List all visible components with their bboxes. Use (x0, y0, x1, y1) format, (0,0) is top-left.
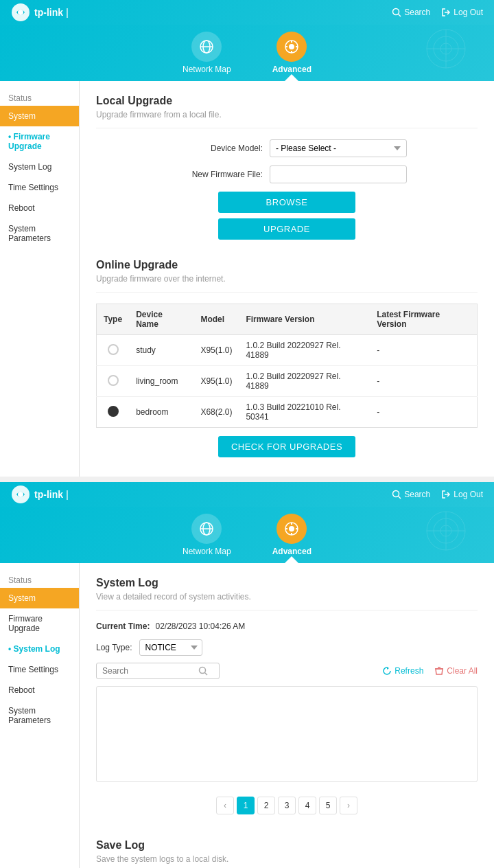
refresh-label: Refresh (395, 666, 423, 676)
header-actions: Search Log Out (392, 8, 483, 17)
screen1: tp-link | Search Log Out (0, 0, 494, 477)
nav-item-network-map[interactable]: Status Network Map (183, 32, 231, 81)
logout-icon (441, 8, 451, 17)
row1-type[interactable] (97, 335, 130, 366)
pagination-prev[interactable]: ‹ (216, 797, 234, 814)
network-map-icon-circle (191, 32, 222, 62)
search-button[interactable]: Search (392, 8, 430, 17)
search-label: Search (404, 8, 430, 17)
nav2-item-network-map[interactable]: Network Map (183, 514, 231, 563)
sidebar2-system-item[interactable]: System (0, 588, 79, 608)
refresh-button[interactable]: Refresh (382, 666, 423, 676)
device-model-select[interactable]: - Please Select - (270, 139, 407, 157)
device-model-label: Device Model: (167, 144, 263, 153)
logout-button[interactable]: Log Out (441, 8, 483, 17)
sidebar2-item-firmware-upgrade[interactable]: Firmware Upgrade (0, 608, 79, 639)
nav-advanced-label: Advanced (272, 65, 311, 74)
svg-point-26 (440, 525, 451, 536)
firmware-file-row: New Firmware File: (96, 165, 478, 183)
current-time-row: Current Time: 02/28/2023 10:04:26 AM (96, 621, 478, 631)
sidebar2: Status System Firmware Upgrade System Lo… (0, 563, 80, 868)
firmware-file-input[interactable] (270, 165, 407, 183)
sidebar-item-firmware-upgrade[interactable]: Firmware Upgrade (0, 126, 79, 157)
svg-line-3 (399, 14, 401, 17)
main-content1: Local Upgrade Upgrade firmware from a lo… (80, 81, 494, 477)
pagination-page-5[interactable]: 5 (319, 797, 337, 814)
sidebar1: Status System Firmware Upgrade System Lo… (0, 81, 80, 477)
table-row: study X95(1.0) 1.0.2 Build 20220927 Rel.… (97, 335, 478, 366)
svg-point-21 (393, 491, 399, 497)
sidebar-status-label: Status (0, 88, 79, 106)
check-upgrades-btn-row: CHECK FOR UPGRADES (96, 436, 478, 457)
sidebar-item-reboot[interactable]: Reboot (0, 198, 79, 218)
header1: tp-link | Search Log Out (0, 0, 494, 25)
row2-fw-version: 1.0.2 Build 20220927 Rel. 41889 (239, 366, 370, 397)
action-btns: Refresh Clear All (382, 666, 478, 676)
nav-arrow (285, 74, 298, 81)
log-type-row: Log Type: NOTICE WARNING ERROR ALL (96, 639, 478, 656)
nav2-item-advanced[interactable]: Advanced (272, 514, 311, 563)
clear-all-button[interactable]: Clear All (434, 666, 478, 676)
device-model-row: Device Model: - Please Select - (96, 139, 478, 157)
clear-icon (434, 666, 444, 676)
nav2-network-map-label: Network Map (183, 547, 231, 556)
header-actions2: Search Log Out (392, 490, 483, 499)
svg-point-2 (393, 9, 399, 15)
row3-type[interactable] (97, 397, 130, 428)
advanced-icon (283, 38, 300, 55)
tp-link-logo-icon (11, 3, 30, 22)
logo-separator: | (66, 7, 69, 18)
save-log-section: Save Log Save the system logs to a local… (96, 828, 478, 868)
svg-point-7 (440, 43, 451, 54)
logout-label2: Log Out (454, 490, 483, 499)
row2-type[interactable] (97, 366, 130, 397)
nav1: Status Network Map Advanced (0, 25, 494, 81)
sidebar2-item-system-parameters[interactable]: System Parameters (0, 700, 79, 731)
sidebar2-status-label: Status (0, 570, 79, 588)
row2-latest-fw: - (370, 366, 477, 397)
log-search-input[interactable] (102, 666, 198, 676)
log-type-select[interactable]: NOTICE WARNING ERROR ALL (139, 639, 202, 656)
advanced-icon-circle2 (277, 514, 307, 544)
radio-living-room[interactable] (108, 375, 119, 386)
radio-bedroom[interactable] (108, 406, 119, 417)
row3-device-name: bedroom (129, 397, 193, 428)
system-log-section: System Log View a detailed record of sys… (96, 577, 478, 814)
sidebar-item-time-settings[interactable]: Time Settings (0, 177, 79, 198)
svg-point-13 (289, 44, 294, 49)
nav-item-advanced[interactable]: Advanced (272, 32, 311, 81)
header2: tp-link | Search Log Out (0, 482, 494, 507)
pagination-page-2[interactable]: 2 (257, 797, 275, 814)
svg-point-38 (200, 667, 206, 674)
current-time-label: Current Time: (96, 621, 150, 631)
row1-device-name: study (129, 335, 193, 366)
row1-latest-fw: - (370, 335, 477, 366)
check-upgrades-button[interactable]: CHECK FOR UPGRADES (218, 436, 355, 457)
upgrade-button[interactable]: UPGRADE (218, 218, 355, 240)
sidebar2-item-system-log[interactable]: System Log (0, 639, 79, 659)
logout-button2[interactable]: Log Out (441, 490, 483, 499)
pagination-page-4[interactable]: 4 (298, 797, 316, 814)
search-button2[interactable]: Search (392, 490, 430, 499)
logo: tp-link | (11, 3, 71, 22)
sidebar-item-system-parameters[interactable]: System Parameters (0, 218, 79, 249)
radio-study[interactable] (108, 344, 119, 355)
advanced-icon2 (283, 521, 300, 537)
log-content-area[interactable] (96, 686, 478, 782)
logo-text2: tp-link (34, 489, 63, 500)
sidebar2-item-time-settings[interactable]: Time Settings (0, 659, 79, 680)
screen2: tp-link | Search Log Out (0, 482, 494, 868)
log-search-icon (198, 666, 208, 676)
pagination-next[interactable]: › (340, 797, 357, 814)
browse-button[interactable]: BROWSE (218, 192, 355, 213)
sidebar-item-system-log[interactable]: System Log (0, 157, 79, 177)
pagination-page-3[interactable]: 3 (278, 797, 296, 814)
th-device-name: Device Name (129, 304, 193, 335)
network-map-icon-circle2 (191, 514, 222, 544)
row3-fw-version: 1.0.3 Build 20221010 Rel. 50341 (239, 397, 370, 428)
nav2: Network Map Advanced (0, 507, 494, 563)
pagination-page-1[interactable]: 1 (237, 797, 255, 814)
svg-point-32 (289, 526, 294, 532)
sidebar2-item-reboot[interactable]: Reboot (0, 680, 79, 700)
sidebar-system-item[interactable]: System (0, 106, 79, 126)
